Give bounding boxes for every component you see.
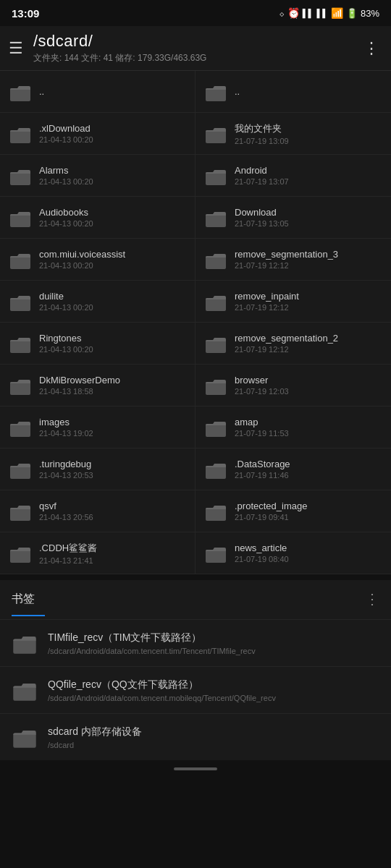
file-info: Ringtones 21-04-13 00:20 [39,333,186,354]
folder-icon [204,122,227,145]
header: ☰ /sdcard/ 文件夹: 144 文件: 41 储存: 179.33G/4… [0,26,391,70]
folder-icon [204,458,227,481]
bookmark-name: sdcard 内部存储设备 [48,726,379,739]
file-name: amap [235,417,382,427]
file-item[interactable]: remove_inpaint 21-07-19 12:12 [196,281,391,323]
file-item[interactable]: Alarms 21-04-13 00:20 [0,155,196,197]
bookmark-item[interactable]: TIMfile_recv（TIM文件下载路径） /sdcard/Android/… [0,619,391,666]
svg-rect-17 [206,424,226,437]
bookmark-info: TIMfile_recv（TIM文件下载路径） /sdcard/Android/… [48,631,379,655]
file-info: Audiobooks 21-04-13 00:20 [39,207,186,228]
file-name: images [39,417,186,427]
folder-icon [9,290,32,313]
file-info: .CDDH鲨鲨酱 21-04-13 21:41 [39,542,186,565]
file-item[interactable]: qsvf 21-04-13 20:56 [0,490,196,532]
bookmark-item[interactable]: QQfile_recv（QQ文件下载路径） /sdcard/Android/da… [0,666,391,713]
bookmarks-underline [12,615,45,616]
file-info: amap 21-07-19 11:53 [235,417,382,438]
file-item[interactable]: .. [0,71,196,113]
file-date: 21-07-19 13:09 [235,137,382,145]
menu-button[interactable]: ☰ [9,39,23,58]
file-info: .. [39,86,186,97]
file-item[interactable]: Ringtones 21-04-13 00:20 [0,323,196,365]
file-name: .turingdebug [39,459,186,469]
file-item[interactable]: Download 21-07-19 13:05 [196,197,391,239]
file-name: Android [235,165,382,176]
svg-rect-23 [206,550,226,563]
file-name: remove_inpaint [235,291,382,302]
svg-rect-25 [13,686,36,700]
file-name: browser [235,375,382,386]
svg-rect-7 [206,214,226,227]
file-item[interactable]: remove_segmentation_2 21-07-19 12:12 [196,323,391,365]
file-item[interactable]: .DataStorage 21-07-19 11:46 [196,448,391,490]
status-icons: ⬦ ⏰ ▌▌ ▌▌ 📶 🔋 83% [279,7,379,19]
file-name: news_article [235,542,382,553]
bookmarks-more-button[interactable]: ⋮ [365,590,379,608]
file-date: 21-04-13 19:02 [39,429,186,438]
file-item[interactable]: .turingdebug 21-04-13 20:53 [0,448,196,490]
folder-icon [204,374,227,397]
folder-icon [9,80,32,103]
signal-icon-1: ▌▌ [303,9,314,17]
folder-icon [9,458,32,481]
header-more-button[interactable]: ⋮ [361,36,382,61]
file-item[interactable]: remove_segmentation_3 21-07-19 12:12 [196,239,391,281]
svg-rect-18 [10,466,30,479]
file-info: DkMiBrowserDemo 21-04-13 18:58 [39,375,186,396]
battery-level: 83% [361,8,379,19]
file-date: 21-07-19 11:53 [235,429,382,438]
file-date: 21-04-13 18:58 [39,387,186,396]
file-name: .DataStorage [235,459,382,469]
file-info: com.miui.voiceassist 21-04-13 00:20 [39,249,186,270]
file-date: 21-04-13 21:41 [39,556,186,565]
file-item[interactable]: news_article 21-07-19 08:40 [196,532,391,574]
folder-icon [204,164,227,187]
file-item[interactable]: .xlDownload 21-04-13 00:20 [0,113,196,155]
file-date: 21-07-19 12:12 [235,345,382,354]
bottom-bar [174,767,217,770]
svg-rect-1 [206,88,226,101]
file-name: .CDDH鲨鲨酱 [39,542,186,555]
file-info: .xlDownload 21-04-13 00:20 [39,123,186,144]
svg-rect-16 [10,424,30,437]
file-item[interactable]: .. [196,71,391,113]
file-item[interactable]: amap 21-07-19 11:53 [196,407,391,448]
file-item[interactable]: DkMiBrowserDemo 21-04-13 18:58 [0,365,196,407]
svg-rect-3 [206,130,226,143]
file-item[interactable]: Audiobooks 21-04-13 00:20 [0,197,196,239]
file-item[interactable]: browser 21-07-19 12:03 [196,365,391,407]
file-item[interactable]: duilite 21-04-13 00:20 [0,281,196,323]
bookmark-folder-icon [12,630,38,656]
folder-icon [9,332,32,355]
file-info: Alarms 21-04-13 00:20 [39,165,186,186]
file-date: 21-07-19 13:05 [235,219,382,228]
svg-rect-20 [10,508,30,521]
bookmark-path: /sdcard/Android/data/com.tencent.mobileq… [48,694,379,702]
folder-icon [9,500,32,523]
bookmark-path: /sdcard [48,741,379,749]
folder-icon [204,248,227,271]
folder-icon [204,332,227,355]
file-item[interactable]: Android 21-07-19 13:07 [196,155,391,197]
file-date: 21-07-19 08:40 [235,555,382,563]
file-item[interactable]: images 21-04-13 19:02 [0,407,196,448]
file-item[interactable]: .CDDH鲨鲨酱 21-04-13 21:41 [0,532,196,574]
bookmark-item[interactable]: sdcard 内部存储设备 /sdcard [0,713,391,760]
file-item[interactable]: .protected_image 21-07-19 09:41 [196,490,391,532]
file-date: 21-04-13 00:20 [39,135,186,144]
svg-rect-12 [10,340,30,353]
file-name: DkMiBrowserDemo [39,375,186,386]
bookmarks-title: 书签 [12,592,35,607]
file-info: .protected_image 21-07-19 09:41 [235,501,382,522]
file-date: 21-04-13 20:56 [39,513,186,522]
file-item[interactable]: com.miui.voiceassist 21-04-13 00:20 [0,239,196,281]
file-date: 21-04-13 00:20 [39,303,186,312]
file-item[interactable]: 我的文件夹 21-07-19 13:09 [196,113,391,155]
status-bar: 13:09 ⬦ ⏰ ▌▌ ▌▌ 📶 🔋 83% [0,0,391,26]
file-date: 21-04-13 00:20 [39,261,186,270]
svg-rect-19 [206,466,226,479]
wifi-icon: 📶 [331,7,343,19]
svg-rect-6 [10,214,30,227]
svg-rect-5 [206,172,226,185]
